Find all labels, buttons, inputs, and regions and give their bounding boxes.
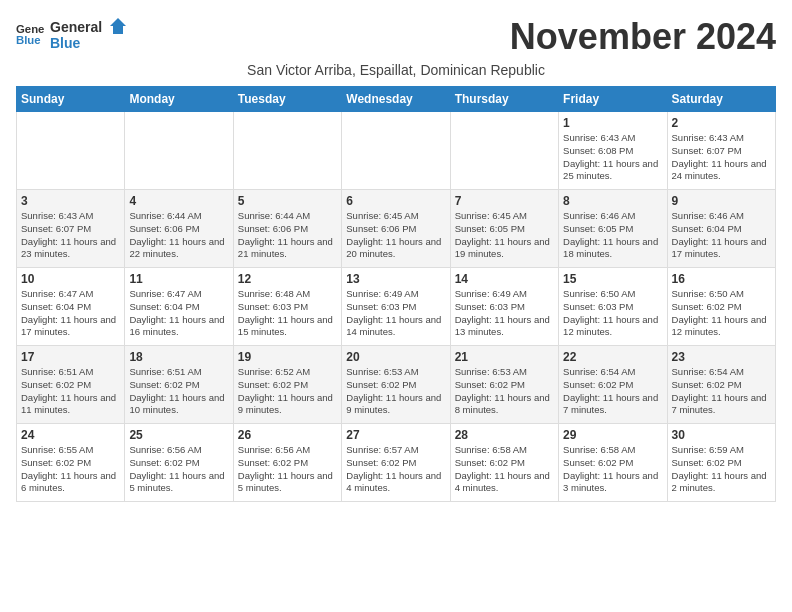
logo-icon: General Blue [16,21,44,49]
day-header-sunday: Sunday [17,87,125,112]
day-cell: 5Sunrise: 6:44 AM Sunset: 6:06 PM Daylig… [233,190,341,268]
day-header-tuesday: Tuesday [233,87,341,112]
day-number: 6 [346,194,445,208]
day-info: Sunrise: 6:43 AM Sunset: 6:07 PM Dayligh… [672,132,771,183]
day-info: Sunrise: 6:52 AM Sunset: 6:02 PM Dayligh… [238,366,337,417]
day-number: 3 [21,194,120,208]
day-cell: 25Sunrise: 6:56 AM Sunset: 6:02 PM Dayli… [125,424,233,502]
day-cell [17,112,125,190]
day-cell: 28Sunrise: 6:58 AM Sunset: 6:02 PM Dayli… [450,424,558,502]
page-header: General Blue General Blue November 2024 [16,16,776,58]
day-info: Sunrise: 6:53 AM Sunset: 6:02 PM Dayligh… [455,366,554,417]
day-info: Sunrise: 6:51 AM Sunset: 6:02 PM Dayligh… [21,366,120,417]
day-info: Sunrise: 6:46 AM Sunset: 6:04 PM Dayligh… [672,210,771,261]
day-number: 2 [672,116,771,130]
week-row-1: 1Sunrise: 6:43 AM Sunset: 6:08 PM Daylig… [17,112,776,190]
day-cell: 4Sunrise: 6:44 AM Sunset: 6:06 PM Daylig… [125,190,233,268]
day-info: Sunrise: 6:49 AM Sunset: 6:03 PM Dayligh… [455,288,554,339]
day-info: Sunrise: 6:53 AM Sunset: 6:02 PM Dayligh… [346,366,445,417]
day-info: Sunrise: 6:47 AM Sunset: 6:04 PM Dayligh… [21,288,120,339]
week-row-5: 24Sunrise: 6:55 AM Sunset: 6:02 PM Dayli… [17,424,776,502]
day-number: 29 [563,428,662,442]
day-info: Sunrise: 6:55 AM Sunset: 6:02 PM Dayligh… [21,444,120,495]
day-info: Sunrise: 6:47 AM Sunset: 6:04 PM Dayligh… [129,288,228,339]
day-info: Sunrise: 6:57 AM Sunset: 6:02 PM Dayligh… [346,444,445,495]
week-row-2: 3Sunrise: 6:43 AM Sunset: 6:07 PM Daylig… [17,190,776,268]
day-info: Sunrise: 6:48 AM Sunset: 6:03 PM Dayligh… [238,288,337,339]
day-header-monday: Monday [125,87,233,112]
day-cell [450,112,558,190]
day-cell: 17Sunrise: 6:51 AM Sunset: 6:02 PM Dayli… [17,346,125,424]
day-cell: 9Sunrise: 6:46 AM Sunset: 6:04 PM Daylig… [667,190,775,268]
day-cell: 22Sunrise: 6:54 AM Sunset: 6:02 PM Dayli… [559,346,667,424]
day-cell: 29Sunrise: 6:58 AM Sunset: 6:02 PM Dayli… [559,424,667,502]
day-info: Sunrise: 6:43 AM Sunset: 6:08 PM Dayligh… [563,132,662,183]
day-cell: 20Sunrise: 6:53 AM Sunset: 6:02 PM Dayli… [342,346,450,424]
day-header-thursday: Thursday [450,87,558,112]
calendar-body: 1Sunrise: 6:43 AM Sunset: 6:08 PM Daylig… [17,112,776,502]
day-cell: 3Sunrise: 6:43 AM Sunset: 6:07 PM Daylig… [17,190,125,268]
calendar-header-row: SundayMondayTuesdayWednesdayThursdayFrid… [17,87,776,112]
day-cell: 14Sunrise: 6:49 AM Sunset: 6:03 PM Dayli… [450,268,558,346]
day-number: 27 [346,428,445,442]
day-number: 24 [21,428,120,442]
day-cell: 2Sunrise: 6:43 AM Sunset: 6:07 PM Daylig… [667,112,775,190]
day-number: 20 [346,350,445,364]
svg-text:Blue: Blue [50,35,81,51]
day-number: 1 [563,116,662,130]
day-info: Sunrise: 6:43 AM Sunset: 6:07 PM Dayligh… [21,210,120,261]
day-number: 21 [455,350,554,364]
day-number: 30 [672,428,771,442]
day-info: Sunrise: 6:50 AM Sunset: 6:03 PM Dayligh… [563,288,662,339]
day-cell: 15Sunrise: 6:50 AM Sunset: 6:03 PM Dayli… [559,268,667,346]
day-info: Sunrise: 6:49 AM Sunset: 6:03 PM Dayligh… [346,288,445,339]
day-number: 18 [129,350,228,364]
day-cell: 26Sunrise: 6:56 AM Sunset: 6:02 PM Dayli… [233,424,341,502]
day-info: Sunrise: 6:54 AM Sunset: 6:02 PM Dayligh… [672,366,771,417]
day-info: Sunrise: 6:56 AM Sunset: 6:02 PM Dayligh… [129,444,228,495]
day-cell: 30Sunrise: 6:59 AM Sunset: 6:02 PM Dayli… [667,424,775,502]
day-cell: 21Sunrise: 6:53 AM Sunset: 6:02 PM Dayli… [450,346,558,424]
day-cell: 1Sunrise: 6:43 AM Sunset: 6:08 PM Daylig… [559,112,667,190]
day-number: 16 [672,272,771,286]
day-info: Sunrise: 6:58 AM Sunset: 6:02 PM Dayligh… [563,444,662,495]
day-info: Sunrise: 6:46 AM Sunset: 6:05 PM Dayligh… [563,210,662,261]
day-cell: 27Sunrise: 6:57 AM Sunset: 6:02 PM Dayli… [342,424,450,502]
day-header-friday: Friday [559,87,667,112]
calendar-table: SundayMondayTuesdayWednesdayThursdayFrid… [16,86,776,502]
day-info: Sunrise: 6:54 AM Sunset: 6:02 PM Dayligh… [563,366,662,417]
day-cell [342,112,450,190]
day-info: Sunrise: 6:44 AM Sunset: 6:06 PM Dayligh… [129,210,228,261]
day-cell: 23Sunrise: 6:54 AM Sunset: 6:02 PM Dayli… [667,346,775,424]
day-cell: 6Sunrise: 6:45 AM Sunset: 6:06 PM Daylig… [342,190,450,268]
day-number: 28 [455,428,554,442]
day-cell: 8Sunrise: 6:46 AM Sunset: 6:05 PM Daylig… [559,190,667,268]
week-row-3: 10Sunrise: 6:47 AM Sunset: 6:04 PM Dayli… [17,268,776,346]
logo: General Blue General Blue [16,16,130,54]
svg-text:Blue: Blue [16,34,41,46]
day-info: Sunrise: 6:50 AM Sunset: 6:02 PM Dayligh… [672,288,771,339]
month-title: November 2024 [510,16,776,58]
day-number: 12 [238,272,337,286]
day-number: 9 [672,194,771,208]
week-row-4: 17Sunrise: 6:51 AM Sunset: 6:02 PM Dayli… [17,346,776,424]
day-cell [233,112,341,190]
subtitle: San Victor Arriba, Espaillat, Dominican … [16,62,776,78]
day-number: 4 [129,194,228,208]
day-number: 23 [672,350,771,364]
day-number: 25 [129,428,228,442]
day-cell: 16Sunrise: 6:50 AM Sunset: 6:02 PM Dayli… [667,268,775,346]
day-number: 10 [21,272,120,286]
day-info: Sunrise: 6:45 AM Sunset: 6:05 PM Dayligh… [455,210,554,261]
day-cell: 10Sunrise: 6:47 AM Sunset: 6:04 PM Dayli… [17,268,125,346]
day-info: Sunrise: 6:45 AM Sunset: 6:06 PM Dayligh… [346,210,445,261]
day-cell: 11Sunrise: 6:47 AM Sunset: 6:04 PM Dayli… [125,268,233,346]
day-number: 17 [21,350,120,364]
day-cell [125,112,233,190]
day-cell: 7Sunrise: 6:45 AM Sunset: 6:05 PM Daylig… [450,190,558,268]
day-cell: 24Sunrise: 6:55 AM Sunset: 6:02 PM Dayli… [17,424,125,502]
day-number: 5 [238,194,337,208]
day-cell: 19Sunrise: 6:52 AM Sunset: 6:02 PM Dayli… [233,346,341,424]
day-number: 7 [455,194,554,208]
day-number: 13 [346,272,445,286]
